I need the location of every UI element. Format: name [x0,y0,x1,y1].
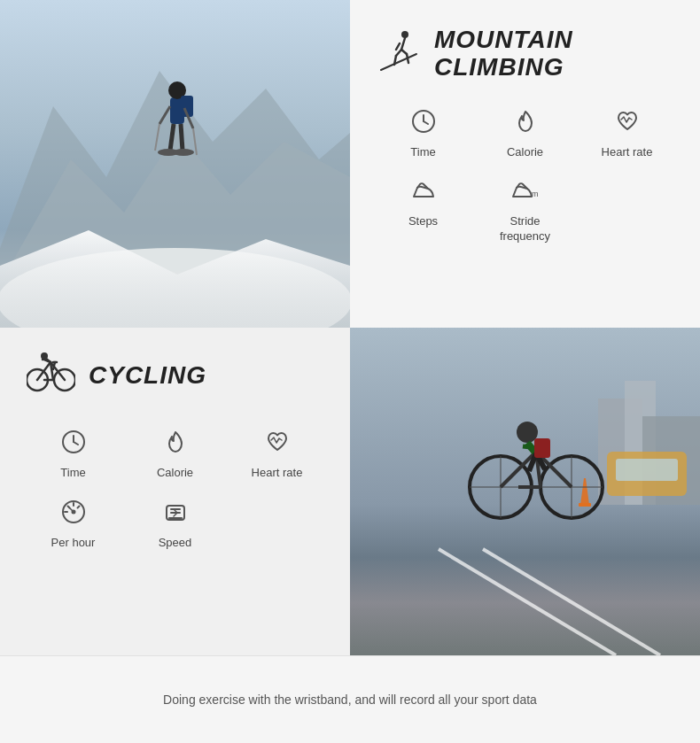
svg-point-15 [173,149,194,156]
top-section: MOUNTAIN CLIMBING Time [0,0,700,328]
svg-line-81 [523,446,531,447]
flame-icon-cycling [162,429,189,459]
cycling-metrics-row1: Time Calorie [27,429,323,481]
svg-rect-55 [350,505,700,655]
cycling-title: CYCLING [89,362,206,390]
cycling-metric-heartrate: Heart rate [230,429,323,481]
mountain-image [0,0,350,328]
cycling-info-panel: CYCLING Time [0,328,350,655]
svg-line-22 [396,43,400,50]
mountain-metric-calorie: Calorie [478,108,572,160]
svg-line-17 [401,38,405,50]
svg-rect-64 [616,459,678,481]
speed-icon [162,499,189,529]
cycling-metric-speed: Speed [128,499,222,551]
flame-icon [512,108,539,138]
mountain-info-panel: MOUNTAIN CLIMBING Time [350,0,700,328]
mountain-metrics-row1: Time Calorie [377,108,673,160]
cycling-icon [27,350,75,402]
mountain-scene-overlay [0,0,350,328]
svg-line-26 [424,121,428,124]
speedometer-icon [60,499,87,529]
heart-rate-label-mountain: Heart rate [602,145,653,160]
svg-text:m: m [532,190,539,198]
svg-line-42 [74,442,78,445]
heart-rate-icon-cycling [264,429,291,459]
per-hour-label: Per hour [51,536,96,551]
svg-line-18 [396,50,401,56]
cycling-image [350,328,700,655]
svg-line-13 [181,124,183,151]
cycling-metric-time: Time [27,429,120,481]
mountain-metric-heartrate: Heart rate [580,108,673,160]
mountain-activity-header: MOUNTAIN CLIMBING [377,27,673,81]
shoe-icon [410,177,437,207]
cycling-metrics-row2: Per hour Speed [27,499,323,551]
svg-rect-84 [534,438,550,458]
svg-line-23 [381,54,416,70]
time-label: Time [410,145,435,160]
mountain-metric-stride: m Stridefrequency [478,177,572,244]
heart-rate-icon [614,108,641,138]
cycling-heartrate-label: Heart rate [252,466,303,481]
svg-line-39 [44,360,51,362]
cycling-svg [350,328,700,655]
cycling-metric-calorie: Calorie [128,429,222,481]
cycling-calorie-label: Calorie [157,466,193,481]
mountain-title: MOUNTAIN CLIMBING [434,27,573,81]
speed-label: Speed [159,536,192,551]
cycling-scene-overlay [350,328,700,655]
mountain-climbing-icon [377,27,421,80]
cycling-activity-header: CYCLING [27,350,323,402]
mountain-metric-steps: Steps [377,177,470,244]
clock-icon [410,108,437,138]
calorie-label: Calorie [507,145,543,160]
bottom-section: CYCLING Time [0,328,700,655]
steps-label: Steps [408,214,438,229]
mountain-metric-time: Time [377,108,470,160]
footer: Doing exercise with the wristband, and w… [0,655,700,743]
mountain-metrics-row2: Steps m Stridefrequency [377,177,673,244]
footer-text: Doing exercise with the wristband, and w… [163,693,537,707]
svg-line-47 [77,506,79,507]
stride-label: Stridefrequency [500,214,550,244]
svg-rect-62 [579,503,591,507]
svg-point-79 [517,422,538,443]
stride-icon: m [509,177,541,207]
cycling-time-label: Time [60,466,85,481]
clock-icon-cycling [60,429,87,459]
cycling-metric-perhour: Per hour [27,499,120,551]
main-container: MOUNTAIN CLIMBING Time [0,0,700,743]
mountain-svg [0,0,350,328]
svg-point-49 [72,510,74,513]
